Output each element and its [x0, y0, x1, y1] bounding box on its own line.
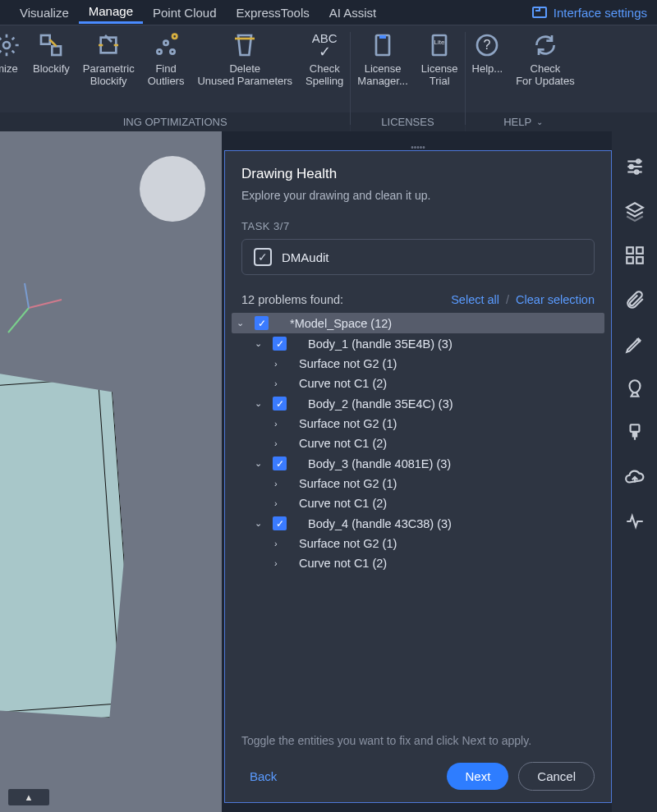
chevron-down-icon[interactable]: ⌄: [255, 398, 266, 409]
svg-rect-23: [627, 247, 633, 254]
ribbon-group-label: HELP⌄: [466, 112, 581, 131]
ribbon-license-lite[interactable]: LiteLicenseTrial: [415, 25, 465, 112]
chevron-down-icon[interactable]: ⌄: [237, 318, 248, 328]
outliers-icon: [153, 32, 179, 58]
ribbon-license[interactable]: LicenseManager...: [351, 25, 414, 112]
ribbon-outliers[interactable]: FindOutliers: [141, 25, 191, 112]
ribbon-abc[interactable]: ABC✓CheckSpelling: [299, 25, 350, 112]
chevron-right-icon[interactable]: ›: [274, 479, 286, 489]
svg-line-14: [29, 300, 62, 308]
grid-icon[interactable]: [624, 245, 646, 266]
ribbon-parametric[interactable]: ParametricBlockify: [76, 25, 141, 112]
ribbon-label: Help...: [472, 63, 503, 76]
tree-issue-1-1[interactable]: ›Curve not C1 (2): [269, 434, 604, 453]
chevron-right-icon[interactable]: ›: [274, 419, 286, 429]
ribbon-gear[interactable]: mize: [0, 25, 26, 112]
brush-icon[interactable]: [624, 422, 646, 443]
blockify-icon: [38, 32, 64, 58]
tree-label: Curve not C1 (2): [299, 497, 387, 510]
svg-point-7: [172, 34, 177, 39]
back-button[interactable]: Back: [241, 764, 285, 788]
drawing-health-panel: ••••• Drawing Health Explore your drawin…: [224, 150, 612, 803]
task-box[interactable]: ✓ DMAudit: [241, 239, 595, 275]
ribbon-delete-params[interactable]: DeleteUnused Parameters: [191, 25, 299, 112]
task-check-icon: ✓: [254, 248, 272, 266]
ribbon-label: CheckFor Updates: [516, 63, 575, 88]
chevron-down-icon[interactable]: ⌄: [255, 458, 266, 469]
chevron-down-icon[interactable]: ⌄: [255, 518, 266, 529]
tree-label: Body_3 (handle 4081E) (3): [308, 457, 451, 470]
status-expand[interactable]: ▲: [8, 789, 49, 805]
tree-issue-3-0[interactable]: ›Surface not G2 (1): [269, 534, 604, 553]
tree-issue-2-0[interactable]: ›Surface not G2 (1): [269, 474, 604, 493]
attachment-icon[interactable]: [624, 289, 646, 310]
tab-point-cloud[interactable]: Point Cloud: [143, 2, 227, 23]
panel-subtitle: Explore your drawing and clean it up.: [241, 189, 595, 202]
next-button[interactable]: Next: [447, 763, 508, 790]
tree-issue-0-0[interactable]: ›Surface not G2 (1): [269, 354, 604, 374]
checkbox[interactable]: ✓: [273, 337, 287, 351]
tab-manage[interactable]: Manage: [79, 1, 143, 24]
chevron-right-icon[interactable]: ›: [274, 359, 286, 369]
select-all-link[interactable]: Select all: [451, 293, 499, 306]
tree-issue-0-1[interactable]: ›Curve not C1 (2): [269, 374, 604, 393]
tab-ai-assist[interactable]: AI Assist: [319, 2, 387, 23]
edit-icon[interactable]: [624, 333, 646, 355]
tab-visualize[interactable]: Visualize: [10, 2, 79, 23]
checkbox[interactable]: ✓: [273, 397, 287, 411]
ribbon-label: mize: [0, 63, 18, 76]
tree-issue-2-1[interactable]: ›Curve not C1 (2): [269, 493, 604, 513]
balloon-icon[interactable]: [624, 378, 646, 399]
ribbon-help[interactable]: ?Help...: [466, 25, 510, 112]
ribbon-blockify[interactable]: Blockify: [26, 25, 76, 112]
main-tabs: Visualize Manage Point Cloud ExpressTool…: [0, 0, 657, 25]
tree-issue-1-0[interactable]: ›Surface not G2 (1): [269, 414, 604, 434]
cancel-button[interactable]: Cancel: [518, 762, 595, 791]
checkbox[interactable]: ✓: [255, 316, 269, 330]
tree-body-2[interactable]: ⌄✓Body_3 (handle 4081E) (3): [250, 453, 604, 474]
svg-point-0: [3, 42, 10, 48]
ribbon-label: ParametricBlockify: [83, 63, 135, 88]
ribbon-label: CheckSpelling: [306, 63, 343, 88]
panel-grip[interactable]: •••••: [225, 143, 611, 151]
tree-body-3[interactable]: ⌄✓Body_4 (handle 43C38) (3): [250, 513, 604, 534]
health-icon[interactable]: [624, 511, 646, 532]
checkbox[interactable]: ✓: [273, 516, 287, 530]
ribbon-update[interactable]: CheckFor Updates: [509, 25, 581, 112]
tree-body-1[interactable]: ⌄✓Body_2 (handle 35E4C) (3): [250, 393, 604, 414]
chevron-right-icon[interactable]: ›: [274, 498, 286, 508]
tab-expresstools[interactable]: ExpressTools: [227, 2, 319, 23]
chevron-right-icon[interactable]: ›: [274, 378, 286, 388]
gear-icon: [0, 32, 20, 58]
svg-rect-1: [41, 35, 50, 44]
checkbox[interactable]: ✓: [273, 456, 287, 470]
svg-rect-27: [630, 424, 639, 432]
model-geometry[interactable]: [0, 364, 136, 728]
ribbon-label: FindOutliers: [148, 63, 185, 88]
layers-icon[interactable]: [624, 200, 646, 222]
tree-label: *Model_Space (12): [290, 317, 392, 330]
task-name: DMAudit: [282, 250, 329, 264]
tree-root[interactable]: ⌄✓*Model_Space (12): [232, 313, 604, 333]
tree-label: Body_4 (handle 43C38) (3): [308, 517, 452, 530]
sliders-icon[interactable]: [624, 156, 646, 177]
cloud-up-icon[interactable]: [624, 466, 646, 488]
view-cube[interactable]: [140, 156, 205, 222]
viewport[interactable]: ▲: [0, 131, 222, 812]
ucs-axes-icon: [0, 279, 66, 337]
tree-label: Curve not C1 (2): [299, 557, 387, 570]
chevron-right-icon[interactable]: ›: [274, 438, 286, 448]
chevron-right-icon[interactable]: ›: [274, 558, 286, 568]
problem-tree: ⌄✓*Model_Space (12)⌄✓Body_1 (handle 35E4…: [225, 313, 611, 727]
interface-settings-button[interactable]: Interface settings: [532, 6, 647, 20]
tree-body-0[interactable]: ⌄✓Body_1 (handle 35E4B) (3): [250, 333, 604, 354]
abc-icon: ABC✓: [311, 32, 338, 58]
clear-selection-link[interactable]: Clear selection: [516, 293, 595, 306]
chevron-right-icon[interactable]: ›: [274, 539, 286, 548]
tree-issue-3-1[interactable]: ›Curve not C1 (2): [269, 553, 604, 573]
chevron-down-icon[interactable]: ⌄: [255, 338, 266, 349]
tree-label: Surface not G2 (1): [299, 477, 397, 490]
ribbon-label: Blockify: [33, 63, 70, 76]
svg-text:Lite: Lite: [434, 39, 445, 46]
update-icon: [532, 32, 558, 58]
